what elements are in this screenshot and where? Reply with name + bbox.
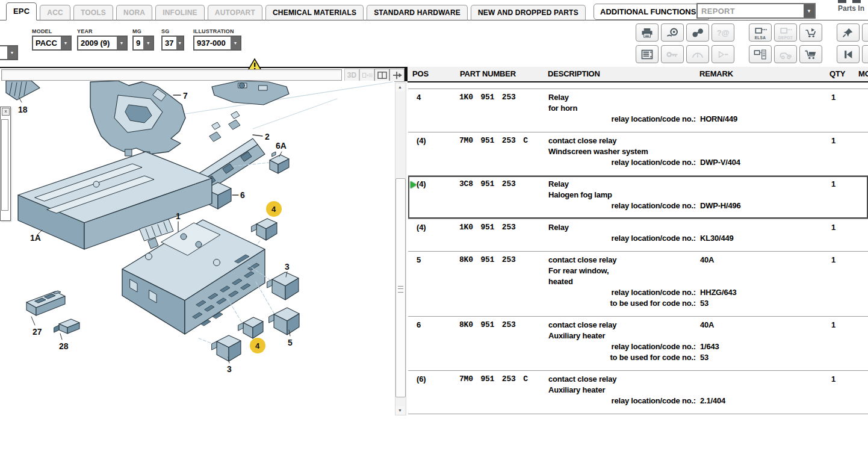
description-line: for horn: [548, 103, 837, 114]
mg-combo[interactable]: 9 ▼: [132, 36, 154, 51]
year-combo[interactable]: 2009 (9) ▼: [77, 36, 128, 51]
part-18-connector[interactable]: [6, 81, 40, 102]
illustration-combo[interactable]: 937-000 ▼: [193, 36, 241, 51]
chevron-down-icon[interactable]: ▼: [143, 37, 153, 49]
view-grid-button: [359, 69, 374, 82]
parts-diagram-pane[interactable]: 18 7: [0, 81, 394, 417]
row-part-number: 1K0 951 253: [459, 92, 516, 103]
tab-autopart[interactable]: AUTOPART: [208, 5, 262, 20]
view-pan-button[interactable]: [389, 69, 405, 82]
row-qty: 1: [831, 255, 835, 266]
scroll-down-icon[interactable]: ▼: [395, 406, 405, 415]
row-description: contact close relayWindscreen washer sys…: [548, 135, 837, 168]
toolbar-nav-first-button[interactable]: [837, 45, 860, 63]
col-part: PART NUMBER: [460, 69, 516, 78]
toolbar-nav-first-2-button[interactable]: [862, 45, 868, 63]
part-7-bracket[interactable]: [90, 81, 185, 157]
scroll-up-icon[interactable]: ▲: [395, 83, 405, 92]
code-value: 1/643: [700, 342, 719, 351]
toolbar-wheel-tire-button[interactable]: [661, 23, 684, 42]
code-line: relay location/code no.:HORN/449: [548, 114, 837, 125]
part-3-relay-lower[interactable]: [199, 335, 241, 363]
illustration-label: ILLUSTRATION: [193, 28, 241, 34]
year-label: YEAR: [77, 28, 128, 34]
toolbar-cart-full-button[interactable]: [799, 45, 822, 63]
chevron-down-icon[interactable]: ▼: [116, 37, 126, 49]
diagram-vertical-scrollbar[interactable]: ▲ ▼: [395, 82, 406, 415]
key-icon: [666, 49, 679, 60]
tab-standard-hardware[interactable]: STANDARD HARDWARE: [367, 5, 468, 20]
part-label: 2: [265, 132, 270, 141]
tab-epc[interactable]: EPC: [6, 2, 37, 20]
description-line: contact close relay: [548, 320, 837, 331]
pin-icon: [842, 28, 855, 38]
scrollbar-thumb[interactable]: [395, 178, 406, 397]
chevron-down-icon[interactable]: ▼: [176, 37, 183, 49]
sg-combo[interactable]: 37 ▼: [161, 36, 184, 51]
toolbar-print-button[interactable]: [636, 23, 659, 42]
row-part-number: 7M0 951 253 C: [459, 374, 528, 385]
part-28-blade-fuse[interactable]: [54, 319, 79, 340]
col-qty: QTY: [829, 69, 845, 78]
cut-off-popup-window[interactable]: x: [0, 107, 11, 221]
row-description: RelayHalogen fog lamprelay location/code…: [548, 179, 837, 211]
code-line: relay location/code no.:KL30/449: [548, 233, 837, 244]
tab-nora[interactable]: NORA: [116, 5, 152, 20]
code-value: DWP-V/404: [700, 158, 740, 167]
view-split-button[interactable]: [374, 69, 389, 82]
toolbar-panel-left-button[interactable]: [862, 23, 868, 42]
table-row[interactable]: 5 8K0 951 253 contact close relayFor rea…: [408, 252, 868, 317]
toolbar-elsa-button[interactable]: ELSA: [749, 23, 772, 42]
view-3d-button: 3D: [344, 69, 359, 82]
code-line: relay location/code no.:2.1/404: [548, 396, 837, 406]
chevron-down-icon[interactable]: ▼: [230, 37, 240, 49]
chevron-down-icon[interactable]: ▼: [60, 37, 70, 49]
epc-application-window: EPCACCTOOLSNORAINFOLINEAUTOPARTCHEMICAL …: [0, 0, 868, 466]
code-line: relay location/code no.:1/643: [548, 341, 837, 352]
additional-functions-button[interactable]: ADDITIONAL FUNCTIONS▶: [594, 4, 710, 20]
code-label: relay location/code no.:: [548, 233, 696, 244]
description-line: contact close relay: [548, 255, 837, 266]
table-row[interactable]: 6 8K0 951 253 contact close relayAuxilia…: [408, 317, 868, 371]
table-row[interactable]: (6) 7M0 951 253 C contact close relayAux…: [408, 371, 868, 414]
table-row[interactable]: (4) 7M0 951 253 C contact close relayWin…: [408, 132, 868, 176]
elsa-icon: [754, 26, 767, 36]
row-pos: 5: [417, 255, 421, 266]
chevron-down-icon[interactable]: ▼: [7, 46, 17, 59]
code-label: relay location/code no.:: [548, 114, 696, 125]
toolbar-pin-button[interactable]: [837, 23, 860, 42]
code-label: to be used for code no.:: [548, 352, 696, 363]
row-remark: 40A: [700, 320, 714, 331]
part-label: 3: [227, 364, 232, 374]
tab-chemical-materials[interactable]: CHEMICAL MATERIALS: [265, 5, 364, 20]
toolbar-depot-button-disabled: DEPOT: [774, 23, 797, 42]
toolbar-monitor-list-button[interactable]: [749, 45, 772, 63]
toolbar-binoculars-search-button[interactable]: [686, 23, 709, 42]
row-qty: 1: [831, 92, 835, 103]
row-pos: 4: [417, 92, 421, 103]
top-right-bracket[interactable]: [212, 81, 289, 105]
chevron-down-icon[interactable]: ▼: [804, 4, 814, 17]
tab-new-and-dropped-parts[interactable]: NEW AND DROPPED PARTS: [471, 5, 586, 20]
tab-infoline[interactable]: INFOLINE: [155, 5, 205, 20]
toolbar-cart-export-button[interactable]: [799, 23, 822, 42]
toolbar-list-view-button[interactable]: [636, 45, 659, 63]
part-label: 3: [285, 262, 290, 272]
part-27-fuse-holder[interactable]: [26, 291, 65, 325]
report-dropdown[interactable]: REPORT ▼: [696, 3, 816, 19]
description-line: Windscreen washer system: [548, 146, 837, 157]
tab-acc[interactable]: ACC: [40, 5, 70, 20]
table-row[interactable]: (4) 1K0 951 253 Relayrelay location/code…: [408, 219, 868, 252]
cut-off-combo[interactable]: ▼: [0, 38, 18, 60]
row-description: Relayrelay location/code no.:KL30/449: [548, 222, 837, 244]
nav-first-icon: [842, 49, 855, 60]
row-qty: 1: [831, 135, 835, 146]
table-row[interactable]: 4 1K0 951 253 Relayfor hornrelay locatio…: [408, 89, 868, 132]
close-icon[interactable]: x: [2, 108, 10, 116]
row-pos: (4): [417, 222, 426, 233]
tab-tools[interactable]: TOOLS: [73, 5, 113, 20]
model-field: MODEL PACC ▼: [32, 28, 72, 51]
model-combo[interactable]: PACC ▼: [32, 36, 72, 51]
code-label: relay location/code no.:: [548, 200, 696, 211]
table-row[interactable]: (4) 3C8 951 253 RelayHalogen fog lamprel…: [408, 176, 868, 219]
